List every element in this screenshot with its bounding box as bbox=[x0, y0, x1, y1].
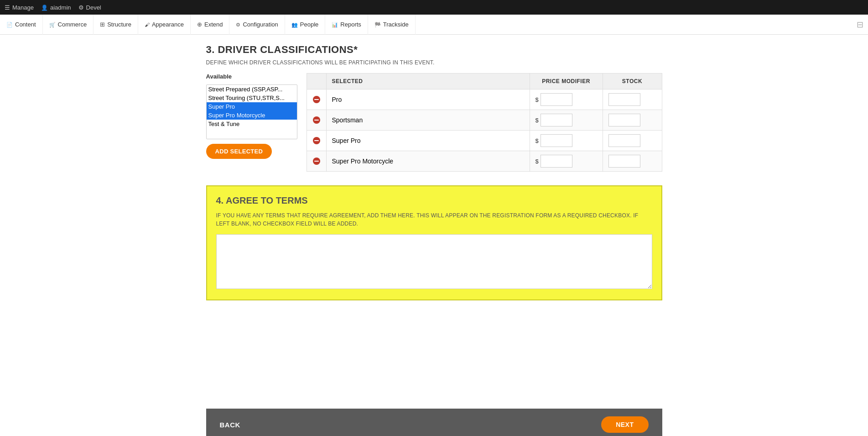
reports-icon bbox=[332, 21, 338, 28]
price-cell-pro: $ bbox=[530, 89, 603, 110]
dollar-sign: $ bbox=[535, 96, 539, 103]
nav-bar: Content Commerce Structure Appearance Ex… bbox=[0, 15, 868, 35]
terms-textarea[interactable] bbox=[216, 234, 652, 289]
available-label: Available bbox=[206, 73, 297, 80]
option-superpro[interactable]: Super Pro bbox=[207, 102, 297, 111]
section3-subtitle: DEFINE WHICH DRIVER CLASSIFICATIONS WILL… bbox=[206, 59, 662, 66]
remove-icon-pro bbox=[312, 95, 321, 104]
nav-trackside-label: Trackside bbox=[383, 21, 409, 28]
nav-content-label: Content bbox=[15, 21, 36, 28]
next-button[interactable]: NEXT bbox=[601, 416, 648, 433]
remove-cell bbox=[307, 110, 326, 131]
row-name-super-pro: Super Pro bbox=[326, 131, 530, 151]
nav-configuration[interactable]: Configuration bbox=[229, 15, 285, 35]
available-select[interactable]: Street Prepared (SSP,ASP... Street Touri… bbox=[206, 84, 297, 139]
nav-appearance-label: Appearance bbox=[152, 21, 184, 28]
price-cell-super-pro-motorcycle: $ bbox=[530, 151, 603, 172]
nav-right-actions: ⊟ bbox=[857, 20, 868, 30]
svg-rect-3 bbox=[314, 120, 319, 121]
user-icon bbox=[41, 4, 48, 11]
option-stu[interactable]: Street Touring (STU,STR,S... bbox=[207, 94, 297, 102]
main-content: 3. DRIVER CLASSIFICATIONS* DEFINE WHICH … bbox=[192, 35, 676, 409]
remove-icon-super-pro-motorcycle bbox=[312, 157, 321, 165]
dollar-sign: $ bbox=[535, 117, 539, 124]
col-price-modifier: PRICE MODIFIER bbox=[530, 74, 603, 89]
remove-cell bbox=[307, 89, 326, 110]
price-input-super-pro[interactable] bbox=[541, 134, 572, 147]
nav-structure-label: Structure bbox=[107, 21, 131, 28]
row-name-super-pro-motorcycle: Super Pro Motorcycle bbox=[326, 151, 530, 172]
user-menu[interactable]: aiadmin bbox=[41, 4, 71, 11]
remove-icon-super-pro bbox=[312, 137, 321, 145]
remove-button-pro[interactable] bbox=[312, 95, 321, 104]
stock-input-super-pro[interactable] bbox=[608, 134, 640, 147]
manage-menu[interactable]: Manage bbox=[5, 4, 34, 11]
selected-table: Selected PRICE MODIFIER STOCK bbox=[307, 73, 662, 172]
svg-rect-7 bbox=[314, 161, 319, 162]
trackside-icon bbox=[374, 21, 381, 28]
manage-label: Manage bbox=[12, 4, 34, 11]
remove-cell bbox=[307, 151, 326, 172]
content-icon bbox=[6, 21, 13, 28]
section4-wrapper: 4. AGREE TO TERMS IF YOU HAVE ANY TERMS … bbox=[206, 185, 662, 300]
row-name-pro: Pro bbox=[326, 89, 530, 110]
nav-configuration-label: Configuration bbox=[243, 21, 278, 28]
nav-extend[interactable]: Extend bbox=[191, 15, 229, 35]
remove-cell bbox=[307, 131, 326, 151]
stock-input-super-pro-motorcycle[interactable] bbox=[608, 155, 640, 168]
price-cell-super-pro: $ bbox=[530, 131, 603, 151]
option-ssp[interactable]: Street Prepared (SSP,ASP... bbox=[207, 85, 297, 94]
nav-extend-label: Extend bbox=[204, 21, 223, 28]
table-row: Sportsman $ bbox=[307, 110, 662, 131]
stock-cell-super-pro-motorcycle bbox=[603, 151, 662, 172]
nav-reports-label: Reports bbox=[340, 21, 361, 28]
stock-cell-pro bbox=[603, 89, 662, 110]
nav-people-label: People bbox=[300, 21, 318, 28]
extend-icon bbox=[197, 21, 202, 28]
structure-icon bbox=[100, 21, 105, 28]
option-testtune[interactable]: Test & Tune bbox=[207, 120, 297, 128]
user-label: aiadmin bbox=[50, 4, 71, 11]
nav-trackside[interactable]: Trackside bbox=[368, 15, 416, 35]
nav-appearance[interactable]: Appearance bbox=[138, 15, 191, 35]
section4-description: IF YOU HAVE ANY TERMS THAT REQUIRE AGREE… bbox=[216, 211, 652, 228]
price-input-sportsman[interactable] bbox=[541, 114, 572, 126]
col-stock: STOCK bbox=[603, 74, 662, 89]
svg-rect-5 bbox=[314, 140, 319, 141]
price-input-super-pro-motorcycle[interactable] bbox=[541, 155, 572, 168]
stock-input-sportsman[interactable] bbox=[608, 114, 640, 126]
nav-commerce-label: Commerce bbox=[58, 21, 87, 28]
admin-bar: Manage aiadmin Devel bbox=[0, 0, 868, 15]
dollar-sign: $ bbox=[535, 158, 539, 165]
nav-commerce[interactable]: Commerce bbox=[43, 15, 94, 35]
commerce-icon bbox=[49, 21, 56, 28]
devel-label: Devel bbox=[86, 4, 101, 11]
section4-title: 4. AGREE TO TERMS bbox=[216, 195, 652, 206]
available-section: Available Street Prepared (SSP,ASP... St… bbox=[206, 73, 297, 159]
devel-menu[interactable]: Devel bbox=[78, 4, 101, 11]
nav-right-icon: ⊟ bbox=[857, 20, 863, 30]
nav-structure[interactable]: Structure bbox=[94, 15, 138, 35]
nav-people[interactable]: People bbox=[285, 15, 325, 35]
bottom-nav: BACK NEXT bbox=[206, 409, 662, 436]
nav-content[interactable]: Content bbox=[0, 15, 43, 35]
remove-button-sportsman[interactable] bbox=[312, 116, 321, 124]
nav-reports[interactable]: Reports bbox=[325, 15, 368, 35]
col-selected: Selected bbox=[326, 74, 530, 89]
add-selected-button[interactable]: ADD SELECTED bbox=[206, 144, 272, 159]
stock-input-pro[interactable] bbox=[608, 93, 640, 106]
selected-table-wrapper: Selected PRICE MODIFIER STOCK bbox=[307, 73, 662, 172]
option-superpromoto[interactable]: Super Pro Motorcycle bbox=[207, 111, 297, 120]
remove-button-super-pro[interactable] bbox=[312, 137, 321, 145]
price-input-pro[interactable] bbox=[541, 93, 572, 106]
back-button[interactable]: BACK bbox=[220, 421, 240, 429]
dollar-sign: $ bbox=[535, 137, 539, 144]
price-cell-sportsman: $ bbox=[530, 110, 603, 131]
remove-icon-sportsman bbox=[312, 116, 321, 124]
stock-cell-sportsman bbox=[603, 110, 662, 131]
appearance-icon bbox=[145, 21, 150, 28]
gear-icon bbox=[78, 4, 84, 11]
remove-button-super-pro-motorcycle[interactable] bbox=[312, 157, 321, 165]
driver-layout: Available Street Prepared (SSP,ASP... St… bbox=[206, 73, 662, 172]
section3-title: 3. DRIVER CLASSIFICATIONS* bbox=[206, 44, 662, 56]
